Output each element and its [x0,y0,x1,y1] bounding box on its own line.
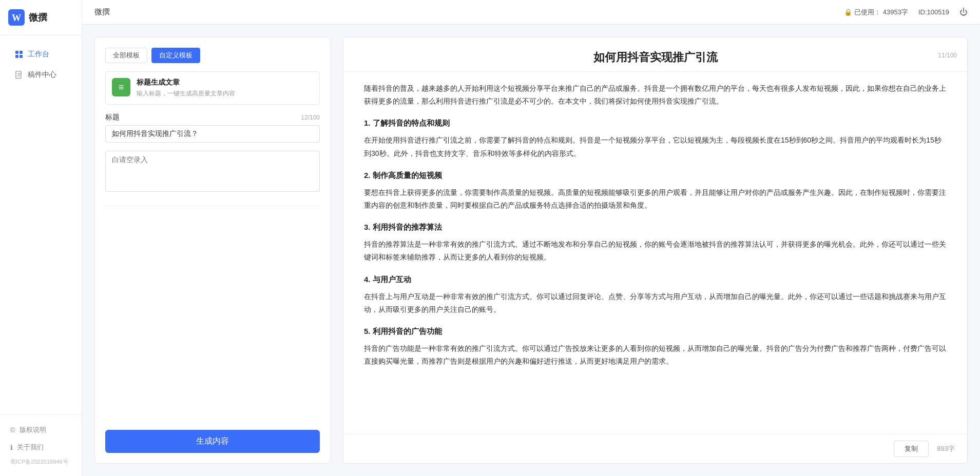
logo-icon: W [8,9,25,26]
article-heading: 4. 与用户互动 [364,272,947,286]
generate-button[interactable]: 生成内容 [105,430,320,453]
extra-textarea[interactable] [105,151,320,192]
template-icon: ≡ [119,82,124,93]
usage-info: 🔒 已使用： 43953字 [844,8,908,17]
app-name: 微撰 [29,11,47,24]
tab-bar: 全部模板 自定义模板 [105,48,320,63]
title-input[interactable] [105,125,320,143]
user-id: ID:100519 [918,8,949,16]
svg-rect-3 [20,51,23,54]
word-count: 893字 [937,444,955,453]
about-item[interactable]: ℹ 关于我们 [0,439,82,456]
article-paragraph: 抖音的推荐算法是一种非常有效的推广引流方式。通过不断地发布和分享自己的短视频，你… [364,238,947,264]
tab-custom[interactable]: 自定义模板 [151,48,200,63]
topbar: 微撰 🔒 已使用： 43953字 ID:100519 ⏻ [82,0,980,25]
right-panel: ‹ 如何用抖音实现推广引流 11/100 随着抖音的普及，越来越多的人开始利用这… [343,37,968,464]
logo-area: W 微撰 [0,0,82,35]
panel-toggle[interactable]: ‹ [343,240,343,261]
article-heading: 5. 利用抖音的广告功能 [364,324,947,338]
sidebar-item-workbench[interactable]: 工作台 [4,45,78,64]
template-card[interactable]: ≡ 标题生成文章 输入标题，一键生成高质量文章内容 [105,71,320,105]
copyright-icon: © [10,426,15,434]
article-header: 如何用抖音实现推广引流 11/100 [343,37,967,72]
main: 微撰 🔒 已使用： 43953字 ID:100519 ⏻ 全部模板 自定义模板 … [82,0,980,476]
icp-text: 蜀ICP备2022018846号 [0,456,82,470]
article-heading: 3. 利用抖音的推荐算法 [364,220,947,234]
template-info: 标题生成文章 输入标题，一键生成高质量文章内容 [137,78,235,98]
article-heading: 1. 了解抖音的特点和规则 [364,116,947,130]
logout-button[interactable]: ⏻ [959,8,968,17]
topbar-right: 🔒 已使用： 43953字 ID:100519 ⏻ [844,8,968,17]
article-paragraph: 在抖音上与用户互动是一种非常有效的推广引流方式。你可以通过回复评论、点赞、分享等… [364,290,947,316]
sidebar-nav: 工作台 稿件中心 [0,35,82,414]
page-count: 11/100 [938,52,957,59]
about-label: 关于我们 [17,443,44,452]
title-count: 12/100 [301,114,320,121]
template-name: 标题生成文章 [137,78,235,87]
title-form-group: 标题 12/100 [105,113,320,143]
copyright-label: 版权说明 [20,425,46,434]
form-divider [105,206,320,206]
workbench-label: 工作台 [28,50,49,59]
article-paragraph: 在开始使用抖音进行推广引流之前，你需要了解抖音的特点和规则。抖音是一个短视频分享… [364,134,947,160]
usage-count: 43953字 [883,8,908,17]
article-heading: 2. 制作高质量的短视频 [364,168,947,182]
drafts-label: 稿件中心 [28,70,56,80]
tab-all[interactable]: 全部模板 [105,48,147,63]
usage-icon: 🔒 [844,8,852,16]
svg-text:W: W [12,13,21,23]
article-paragraph: 要想在抖音上获得更多的流量，你需要制作高质量的短视频。高质量的短视频能够吸引更多… [364,186,947,212]
article-paragraph: 随着抖音的普及，越来越多的人开始利用这个短视频分享平台来推广自己的产品或服务。抖… [364,82,947,108]
content-area: 全部模板 自定义模板 ≡ 标题生成文章 输入标题，一键生成高质量文章内容 标题 … [82,25,980,476]
left-panel: 全部模板 自定义模板 ≡ 标题生成文章 输入标题，一键生成高质量文章内容 标题 … [94,37,331,464]
sidebar: W 微撰 工作台 [0,0,82,476]
title-label: 标题 [105,113,120,122]
drafts-icon [14,70,24,80]
title-label-row: 标题 12/100 [105,113,320,122]
article-footer: 复制 893字 [343,434,967,463]
copyright-item[interactable]: © 版权说明 [0,421,82,439]
article-body: 随着抖音的普及，越来越多的人开始利用这个短视频分享平台来推广自己的产品或服务。抖… [343,72,967,434]
workbench-icon [14,50,24,59]
svg-rect-4 [15,55,18,58]
article-paragraph: 抖音的广告功能是一种非常有效的推广引流方式。你可以通过广告投放来让更多的人看到你… [364,342,947,368]
template-desc: 输入标题，一键生成高质量文章内容 [137,89,235,98]
svg-rect-5 [20,55,23,58]
copy-button[interactable]: 复制 [894,441,929,457]
about-icon: ℹ [10,444,13,451]
article-title: 如何用抖音实现推广引流 [364,50,947,65]
template-icon-bg: ≡ [112,78,130,96]
extra-form-group [105,151,320,193]
sidebar-footer: © 版权说明 ℹ 关于我们 蜀ICP备2022018846号 [0,414,82,476]
sidebar-item-drafts[interactable]: 稿件中心 [4,65,78,85]
usage-label: 已使用： [854,8,881,17]
topbar-title: 微撰 [94,7,110,17]
svg-rect-2 [15,51,18,54]
